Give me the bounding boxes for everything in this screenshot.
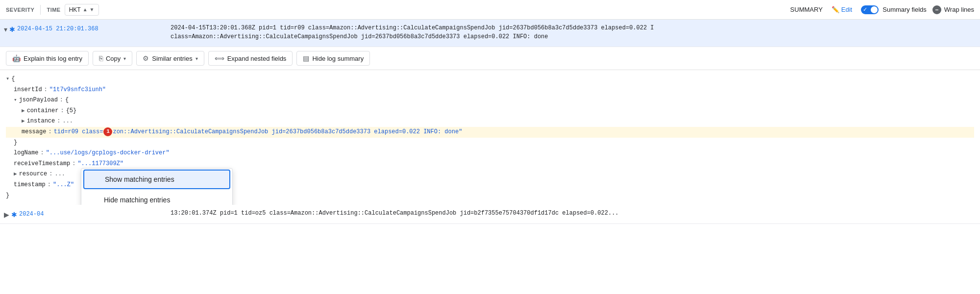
json-payload-key: ▾ jsonPayload : { [6,95,974,106]
resource-key: resource [19,169,48,180]
toggle-knob [871,6,878,13]
sort-down-icon: ▼ [90,7,95,12]
toolbar-right: SUMMARY ✏️ Edit ✓ Summary fields − Wrap … [790,5,974,14]
json-message: message : tid=r09 class=1zon::Advertisin… [6,127,974,138]
log-name-value: "...use/logs/gcplogs-docker-driver" [46,148,170,159]
expand-button[interactable]: ⟺ Expand nested fields [208,51,293,66]
container-expand-icon[interactable]: ▶ [22,106,25,116]
spacer2 [89,195,99,205]
json-insert-id: insertId : "1t7v9snfc3iunh" [6,85,974,96]
hide-summary-button[interactable]: ▤ Hide log summary [296,51,370,66]
hide-label: Hide log summary [312,55,364,62]
json-payload-label: jsonPayload [19,95,58,106]
payload-expand-icon[interactable]: ▾ [14,96,17,105]
hide-matching-label: Hide matching entries [104,196,170,204]
context-menu: Show matching entries Hide matching entr… [81,168,233,205]
toolbar: SEVERITY TIME HKT ▲ ▼ SUMMARY ✏️ Edit ✓ … [0,0,980,20]
container-key: container [27,106,59,117]
minus-circle-icon: − [932,5,941,14]
json-log-name: logName : "...use/logs/gcplogs-docker-dr… [6,148,974,159]
summary-label: SUMMARY [790,6,823,13]
timezone-value: HKT [69,6,81,13]
edit-button[interactable]: ✏️ Edit [829,5,855,14]
resource-suffix: ... [54,169,65,180]
edit-label: Edit [841,6,852,13]
similar-entries-button[interactable]: ⚙ Similar entries ▾ [136,51,204,66]
receive-time-key: receiveTimestamp [14,159,70,170]
json-container: ▶ container : {5} [6,106,974,117]
show-matching-label: Show matching entries [105,175,174,183]
bottom-log-left: ▶ ✱ 2024-04 [0,207,167,221]
expand-icon: ⟺ [215,54,224,62]
message-post: zon::Advertising::CalculateCampaignsSpen… [113,128,462,135]
spacer [90,174,100,184]
timestamp-value: "...Z" [53,180,74,191]
json-area: ▾ { insertId : "1t7v9snfc3iunh" ▾ jsonPa… [0,70,980,205]
log-entry-left: ▾ ✱ 2024-04-15 21:20:01.368 [0,22,167,36]
explain-button[interactable]: 🤖 Explain this log entry [6,51,89,66]
red-badge-1: 1 [103,127,112,136]
instance-suffix: ... [62,116,73,127]
time-label: TIME [47,7,60,13]
sort-up-icon: ▲ [83,7,88,12]
explain-label: Explain this log entry [24,55,82,62]
bottom-timestamp: 2024-04 [19,211,44,218]
resource-expand-icon[interactable]: ▶ [14,170,17,179]
similar-label: Similar entries [152,55,192,62]
message-content: tid=r09 class=1zon::Advertising::Calcula… [54,127,463,138]
similar-icon: ⚙ [143,54,149,62]
instance-key: instance [27,116,55,127]
hide-matching-item[interactable]: Hide matching entries [81,190,232,205]
bottom-log-row: ▶ ✱ 2024-04 13:20:01.374Z pid=1 tid=oz5 … [0,205,980,224]
collapse-icon[interactable]: ▾ [6,74,9,85]
message-key: message [22,127,46,138]
json-payload-close: } [6,138,974,148]
insert-id-value: "1t7v9snfc3iunh" [49,85,106,96]
similar-dropdown-icon: ▾ [196,56,198,61]
edit-icon: ✏️ [832,6,839,13]
summary-fields-toggle[interactable]: ✓ Summary fields [861,5,927,14]
log-entry-content: 2024-04-15T13:20:01.368Z pid=1 tid=r09 c… [167,22,980,43]
log-entry-row: ▾ ✱ 2024-04-15 21:20:01.368 2024-04-15T1… [0,20,980,47]
message-pre: tid=r09 class= [54,128,103,135]
chevron-down-icon[interactable]: ▾ [4,25,7,33]
log-name-key: logName [14,148,38,159]
wrap-lines-toggle[interactable]: − Wrap lines [932,5,974,14]
copy-button[interactable]: ⎘ Copy ▾ [93,51,132,66]
copy-dropdown-icon: ▾ [123,56,126,61]
timezone-selector[interactable]: HKT ▲ ▼ [65,4,99,16]
timestamp-key: timestamp [14,180,46,191]
log-line-1: 2024-04-15T13:20:01.368Z pid=1 tid=r09 c… [171,24,976,32]
check-icon: ✓ [863,6,867,13]
hide-icon: ▤ [303,54,309,62]
star-icon[interactable]: ✱ [9,25,15,33]
json-instance: ▶ instance : ... [6,116,974,127]
copy-icon: ⎘ [99,54,103,62]
instance-expand-icon[interactable]: ▶ [22,117,25,126]
copy-label: Copy [106,55,121,62]
show-matching-item[interactable]: Show matching entries [83,170,230,189]
log-timestamp: 2024-04-15 21:20:01.368 [17,25,98,32]
toggle-track: ✓ [861,5,879,14]
bottom-log-content: 13:20:01.374Z pid=1 tid=oz5 class=Amazon… [167,207,980,220]
bottom-star-icon[interactable]: ✱ [11,211,17,219]
container-value: {5} [66,106,77,117]
wrap-lines-label: Wrap lines [944,6,974,13]
explain-icon: 🤖 [12,54,21,62]
bottom-log-line: 13:20:01.374Z pid=1 tid=oz5 class=Amazon… [171,209,976,218]
log-line-2: class=Amazon::Advertising::CalculateCamp… [171,32,976,41]
bottom-chevron-icon[interactable]: ▶ [4,211,9,219]
json-open-brace: ▾ { [6,74,974,85]
insert-id-key: insertId [14,85,42,96]
expand-label: Expand nested fields [227,55,287,62]
summary-fields-label: Summary fields [882,6,927,13]
severity-label: SEVERITY [6,7,34,13]
action-buttons: 🤖 Explain this log entry ⎘ Copy ▾ ⚙ Simi… [0,47,980,70]
divider-1 [40,5,41,15]
